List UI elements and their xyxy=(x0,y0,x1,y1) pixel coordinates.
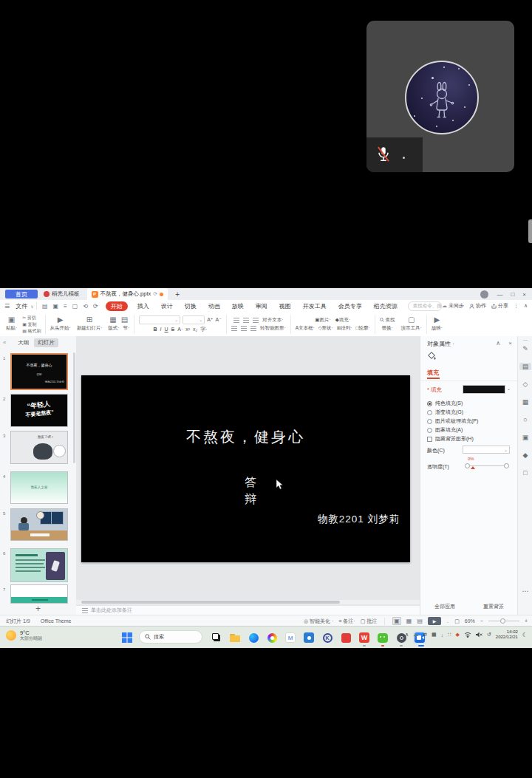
color-dropdown[interactable]: ⌄ xyxy=(463,446,510,454)
sidebar-icon-media[interactable]: ▣ xyxy=(518,434,532,441)
clock[interactable]: 14:02 2022/12/21 xyxy=(496,629,518,640)
smart-beautify-button[interactable]: ◎ 智能美化 · xyxy=(304,618,333,625)
scrollbar-thumb[interactable] xyxy=(81,601,340,604)
paste-button[interactable]: ▣ 粘贴· xyxy=(0,316,20,332)
slide-thumbnail-5[interactable] xyxy=(10,508,68,541)
align-right-icon[interactable] xyxy=(250,326,256,331)
slide-author[interactable]: 物教2201 刘梦莉 xyxy=(318,513,400,526)
active-document-tab[interactable]: P 不熬夜，健身心.pptx ⟳ xyxy=(87,288,168,300)
slide-subtitle[interactable]: 答 辩 xyxy=(242,474,259,508)
fill-button[interactable]: ◆填充· xyxy=(335,317,350,324)
sorter-view-icon[interactable]: ▦ xyxy=(406,618,412,624)
paint-bucket-icon[interactable] xyxy=(427,351,437,361)
mic-muted-button[interactable] xyxy=(366,137,423,172)
play-caret-icon[interactable]: ⌄ xyxy=(446,619,449,624)
find-button[interactable]: 查找 xyxy=(386,317,395,324)
present-tools-button[interactable]: 演示工具· xyxy=(401,325,422,332)
tab-slides[interactable]: 幻灯片 xyxy=(34,338,58,347)
apply-all-button[interactable]: 全部应用 xyxy=(434,603,455,610)
hamburger-icon[interactable]: ☰ xyxy=(4,303,10,310)
slide-thumbnail-1[interactable]: 不熬夜，健身心 答辩 物教2201 刘梦莉 xyxy=(10,353,68,390)
docer-template-tab[interactable]: 稻壳儿模板 xyxy=(44,290,80,298)
option-pattern-fill[interactable]: 图案填充(A) xyxy=(427,426,463,434)
user-avatar[interactable] xyxy=(480,290,488,298)
subscript-button[interactable]: x₂ xyxy=(193,327,197,332)
sidebar-icon-notes[interactable]: □ xyxy=(518,469,532,477)
replace-button[interactable]: 替换· xyxy=(381,325,392,332)
share-button[interactable]: 分享 xyxy=(491,302,508,310)
taskbar-search[interactable]: 搜索 xyxy=(139,630,202,644)
wps-app-button[interactable]: W xyxy=(358,631,371,644)
indent-icon[interactable] xyxy=(253,318,259,323)
tray-app-icon[interactable]: ◆ xyxy=(456,632,460,638)
bullet-list-icon[interactable] xyxy=(233,318,239,323)
more-icon[interactable]: ⋮ xyxy=(514,303,519,309)
reset-background-button[interactable]: 重置背景 xyxy=(483,603,504,610)
horizontal-scrollbar[interactable] xyxy=(76,600,420,604)
print-icon[interactable]: ≡ xyxy=(64,303,67,310)
align-center-icon[interactable] xyxy=(241,326,247,331)
file-menu[interactable]: 文件 xyxy=(16,302,27,310)
sidebar-icon-style[interactable]: ✎ xyxy=(518,345,532,352)
zoom-level[interactable]: 69% xyxy=(465,618,475,624)
align-left-icon[interactable] xyxy=(231,326,237,331)
weather-widget[interactable]: 9°C 大部分晴朗 xyxy=(6,629,42,641)
slide-thumbnail-6[interactable] xyxy=(10,548,68,582)
ribbon-tab-member[interactable]: 会员专享 xyxy=(338,302,362,310)
outline-button[interactable]: □轮廓· xyxy=(355,325,369,332)
new-document-tab-button[interactable]: + xyxy=(175,290,180,298)
section-icon[interactable]: ▤ xyxy=(121,316,128,324)
ribbon-tab-transition[interactable]: 切换 xyxy=(185,302,197,310)
font-size-select[interactable]: ⌄ xyxy=(183,315,205,324)
fill-tab[interactable]: 填充 xyxy=(427,369,439,377)
textbox-button[interactable]: A文本框· xyxy=(296,325,315,332)
pin-icon[interactable]: ∧ xyxy=(496,340,500,347)
ribbon-tab-developer[interactable]: 开发工具 xyxy=(303,302,327,310)
underline-button[interactable]: U xyxy=(165,327,168,332)
sidebar-icon-layout[interactable]: ▦ xyxy=(518,398,532,406)
checkbox-hide-background[interactable]: 隐藏背景图形(H) xyxy=(427,435,474,443)
collaborate-button[interactable]: 协作 xyxy=(469,302,486,310)
increase-font-icon[interactable]: A⁺ xyxy=(207,317,213,323)
slider-handle[interactable] xyxy=(465,463,470,468)
bold-button[interactable]: B xyxy=(154,327,157,332)
reading-view-icon[interactable]: ▤ xyxy=(417,618,423,624)
notes-toggle[interactable]: ≡ 备注· xyxy=(338,618,355,625)
meeting-video-overlay[interactable] xyxy=(366,21,514,172)
add-slide-button[interactable]: + xyxy=(0,604,76,613)
slide-thumbnail-3[interactable]: 熬夜了吧！ xyxy=(10,431,68,464)
command-search-input[interactable]: 查找命令、搜索模板 xyxy=(408,301,442,311)
minimize-button[interactable]: — xyxy=(497,291,502,298)
tray-sync-icon[interactable]: ⇄ xyxy=(423,632,427,638)
preview-icon[interactable]: ▢ xyxy=(72,303,78,310)
file-caret-icon[interactable]: ∨ xyxy=(30,304,33,309)
layout-button[interactable]: 版式· xyxy=(108,325,119,332)
theme-name[interactable]: Office Theme xyxy=(41,618,72,624)
superscript-button[interactable]: x² xyxy=(185,327,190,332)
ribbon-tab-slideshow[interactable]: 放映 xyxy=(232,302,244,310)
wifi-icon[interactable] xyxy=(464,632,471,638)
app-red-button[interactable] xyxy=(339,631,352,644)
app-m-button[interactable]: M xyxy=(284,631,297,644)
sidebar-icon-animation[interactable]: ◇ xyxy=(518,381,532,388)
collapse-panel-icon[interactable]: « xyxy=(3,339,6,346)
redo-icon[interactable]: ⟳ xyxy=(93,303,98,310)
close-button[interactable]: × xyxy=(522,291,526,298)
layout-icon[interactable]: ▦ xyxy=(109,316,116,324)
app-k-button[interactable]: K xyxy=(321,631,334,644)
ribbon-tab-home[interactable]: 开始 xyxy=(106,301,128,311)
font-color-button[interactable]: A· xyxy=(177,327,183,332)
swatch-caret-icon[interactable]: ⌄ xyxy=(507,386,511,391)
tray-people-icon[interactable]: ∷ xyxy=(448,632,451,638)
wechat-button[interactable] xyxy=(376,631,389,644)
sidebar-icon-properties[interactable]: ▤ xyxy=(519,363,531,370)
ribbon-tab-review[interactable]: 审阅 xyxy=(256,302,267,310)
tab-outline[interactable]: 大纲 xyxy=(18,339,29,347)
option-picture-fill[interactable]: 图片或纹理填充(P) xyxy=(427,417,478,425)
format-painter-button[interactable]: ▤ 格式刷 xyxy=(22,328,41,334)
ribbon-tab-design[interactable]: 设计 xyxy=(161,302,173,310)
start-button[interactable] xyxy=(120,631,134,644)
sidebar-more-icon[interactable]: ⋯ xyxy=(518,587,532,595)
cut-button[interactable]: ✂ 剪切 xyxy=(22,315,41,321)
normal-view-icon[interactable]: ▣ xyxy=(392,617,401,625)
